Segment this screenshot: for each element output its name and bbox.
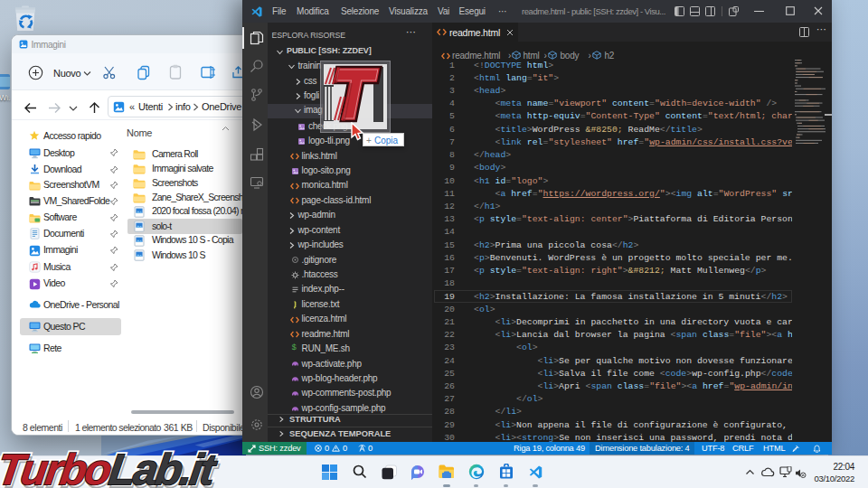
- svg-text:TurboLab.it: TurboLab.it: [0, 447, 220, 488]
